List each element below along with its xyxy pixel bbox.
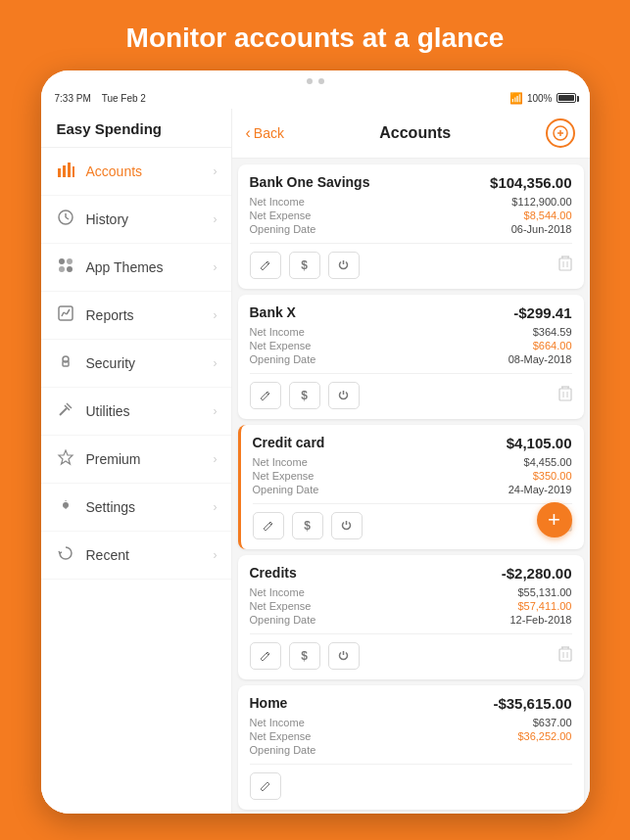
svg-line-6: [66, 217, 69, 219]
delete-btn-1[interactable]: [558, 386, 572, 405]
account-opening-date-row-0: Opening Date 06-Jun-2018: [250, 223, 572, 235]
accounts-list: Bank One Savings $104,356.00 Net Income …: [232, 159, 590, 814]
svg-rect-2: [68, 163, 71, 177]
svg-rect-48: [559, 649, 571, 661]
account-card: Credits -$2,280.00 Net Income $55,131.00…: [238, 555, 584, 679]
sidebar-label-recent: Recent: [86, 547, 214, 563]
account-net-expense-row-1: Net Expense $664.00: [250, 340, 572, 351]
account-balance-4: -$35,615.00: [493, 695, 571, 712]
security-icon: [55, 352, 76, 374]
sidebar-item-premium[interactable]: Premium ›: [41, 436, 231, 484]
account-net-expense-row-0: Net Expense $8,544.00: [250, 210, 572, 221]
sidebar-app-name: Easy Spending: [41, 109, 231, 148]
account-header-4: Home -$35,615.00: [250, 695, 572, 712]
chevron-app-themes: ›: [214, 260, 218, 274]
action-icons-4: [250, 772, 281, 800]
sidebar: Easy Spending Accounts ›: [41, 109, 232, 814]
fab-add-button[interactable]: +: [537, 502, 572, 537]
account-balance-3: -$2,280.00: [502, 565, 572, 582]
premium-icon: [55, 448, 76, 470]
account-net-expense-row-2: Net Expense $350.00: [253, 470, 572, 482]
svg-point-8: [67, 258, 73, 264]
chevron-utilities: ›: [214, 404, 218, 418]
back-button[interactable]: ‹ Back: [246, 124, 284, 142]
account-net-income-row-4: Net Income $637.00: [250, 717, 572, 728]
account-net-income-row-3: Net Income $55,131.00: [250, 586, 572, 598]
status-time: 7:33 PM: [55, 93, 91, 104]
account-header-0: Bank One Savings $104,356.00: [250, 174, 572, 191]
chevron-history: ›: [214, 212, 218, 226]
svg-rect-0: [58, 168, 61, 177]
sidebar-item-app-themes[interactable]: App Themes ›: [41, 244, 231, 292]
sidebar-item-accounts[interactable]: Accounts ›: [41, 148, 231, 196]
power-btn-1[interactable]: [328, 382, 360, 409]
account-net-income-row-1: Net Income $364.59: [250, 326, 572, 338]
power-btn-0[interactable]: [328, 252, 360, 279]
ipad-dots: [41, 70, 590, 88]
chevron-reports: ›: [214, 308, 218, 322]
main-page-title: Accounts: [379, 124, 451, 142]
svg-line-17: [60, 408, 67, 415]
reports-icon: [55, 304, 76, 326]
edit-btn-2[interactable]: [253, 512, 284, 539]
account-card: Home -$35,615.00 Net Income $637.00 Net …: [238, 685, 584, 810]
dollar-btn-3[interactable]: $: [289, 642, 320, 670]
power-btn-2[interactable]: [331, 512, 363, 539]
ipad-frame: 7:33 PM Tue Feb 2 📶 100% Easy Spending: [41, 70, 590, 814]
svg-point-9: [59, 266, 65, 272]
account-name-0: Bank One Savings: [250, 174, 370, 190]
account-name-1: Bank X: [250, 304, 296, 320]
delete-btn-0[interactable]: [558, 256, 572, 275]
action-icons-2: $: [253, 512, 363, 539]
edit-btn-0[interactable]: [250, 252, 281, 279]
sidebar-item-settings[interactable]: i Settings ›: [41, 484, 231, 532]
accounts-icon: [55, 161, 76, 182]
sidebar-item-reports[interactable]: Reports ›: [41, 292, 231, 340]
power-btn-3[interactable]: [328, 642, 360, 670]
account-opening-date-row-3: Opening Date 12-Feb-2018: [250, 614, 572, 626]
account-actions-1: $: [250, 373, 572, 409]
sidebar-item-recent[interactable]: Recent ›: [41, 532, 231, 580]
chevron-premium: ›: [214, 452, 218, 466]
account-card: Bank X -$299.41 Net Income $364.59 Net E…: [238, 295, 584, 419]
back-chevron-icon: ‹: [246, 124, 251, 142]
account-card: Bank One Savings $104,356.00 Net Income …: [238, 164, 584, 289]
edit-btn-3[interactable]: [250, 642, 281, 670]
sidebar-item-utilities[interactable]: Utilities ›: [41, 388, 231, 436]
svg-rect-1: [63, 165, 66, 177]
sidebar-label-security: Security: [86, 355, 214, 371]
settings-icon: i: [55, 496, 76, 518]
edit-btn-4[interactable]: [250, 772, 281, 800]
account-net-income-row-0: Net Income $112,900.00: [250, 196, 572, 208]
account-name-4: Home: [250, 695, 288, 711]
status-date: Tue Feb 2: [102, 93, 146, 104]
chevron-recent: ›: [214, 548, 218, 562]
recent-icon: [55, 544, 76, 566]
svg-text:i: i: [64, 498, 67, 512]
sidebar-item-security[interactable]: Security ›: [41, 340, 231, 388]
dollar-btn-1[interactable]: $: [289, 382, 320, 409]
svg-rect-27: [559, 258, 571, 270]
account-actions-0: $: [250, 243, 572, 279]
chevron-settings: ›: [214, 500, 218, 514]
sidebar-label-history: History: [86, 211, 214, 227]
edit-btn-1[interactable]: [250, 382, 281, 409]
add-account-button[interactable]: [546, 118, 575, 148]
sidebar-label-accounts: Accounts: [86, 163, 214, 179]
sidebar-label-utilities: Utilities: [86, 403, 214, 419]
sidebar-item-history[interactable]: History ›: [41, 196, 231, 244]
dollar-btn-2[interactable]: $: [292, 512, 323, 539]
dollar-btn-0[interactable]: $: [289, 252, 320, 279]
status-bar: 7:33 PM Tue Feb 2 📶 100%: [41, 88, 590, 109]
account-name-2: Credit card: [253, 435, 325, 450]
account-actions-3: $: [250, 633, 572, 670]
dot-2: [318, 78, 324, 84]
app-themes-icon: [55, 257, 76, 278]
svg-rect-34: [559, 389, 571, 400]
svg-point-10: [67, 266, 73, 272]
battery-icon: [557, 93, 576, 103]
svg-marker-20: [59, 450, 73, 464]
back-label: Back: [254, 125, 284, 141]
sidebar-label-reports: Reports: [86, 307, 214, 323]
delete-btn-3[interactable]: [558, 646, 572, 666]
